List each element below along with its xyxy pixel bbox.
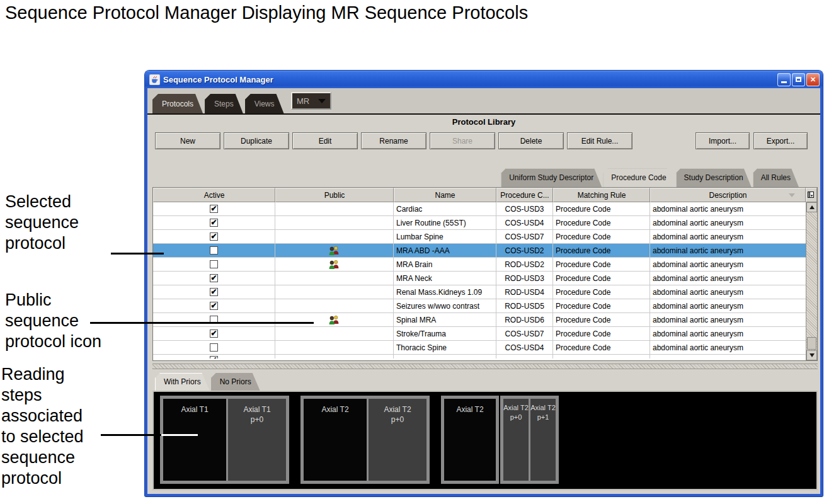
- tab-steps[interactable]: Steps: [205, 94, 243, 113]
- reading-step-thumbnail[interactable]: Axial T2: [304, 399, 367, 481]
- page-title: Sequence Protocol Manager Displaying MR …: [5, 3, 528, 23]
- column-header-name[interactable]: Name: [394, 188, 496, 202]
- table-row[interactable]: ✔MRA NeckROD-USD3Procedure Codeabdominal…: [153, 272, 806, 285]
- table-row[interactable]: Thoracic SpineCOS-USD4Procedure Codeabdo…: [153, 341, 806, 355]
- modality-dropdown[interactable]: MR: [291, 92, 331, 110]
- description-cell: abdominal aortic aneurysm: [650, 272, 806, 285]
- reading-step-thumbnail[interactable]: Axial T2p+0: [369, 399, 426, 481]
- table-row[interactable]: ✔Lumbar SpineCOS-USD7Procedure Codeabdom…: [153, 230, 806, 244]
- active-checkbox[interactable]: ✔: [210, 232, 218, 241]
- matching-rule-cell: Procedure Code: [553, 285, 650, 299]
- modality-dropdown-value: MR: [297, 96, 318, 106]
- active-checkbox[interactable]: [210, 260, 218, 268]
- sort-arrow-icon[interactable]: [789, 193, 795, 197]
- active-checkbox[interactable]: ✔: [210, 288, 218, 296]
- reading-step-thumbnail[interactable]: Axial T1p+0: [228, 399, 286, 481]
- active-checkbox[interactable]: [210, 343, 218, 352]
- table-row[interactable]: MRA BrainROD-USD2Procedure Codeabdominal…: [153, 258, 806, 272]
- name-cell: Seizures w/wwo contrast: [394, 299, 496, 312]
- name-cell: MRA Brain: [394, 258, 496, 271]
- active-checkbox[interactable]: ✔: [210, 302, 218, 310]
- minimize-button[interactable]: [777, 73, 791, 86]
- active-checkbox[interactable]: ✔: [210, 356, 218, 359]
- splitter-bar[interactable]: [152, 364, 818, 369]
- close-button[interactable]: ✕: [806, 73, 820, 86]
- description-cell: abdominal aortic aneurysm: [650, 258, 806, 271]
- active-checkbox[interactable]: ✔: [210, 205, 218, 213]
- edit-rule-button[interactable]: Edit Rule...: [567, 132, 632, 149]
- table-row[interactable]: ✔Renal Mass.Kidneys 1.09ROD-USD4Procedur…: [153, 285, 806, 299]
- vertical-scrollbar[interactable]: [806, 202, 817, 360]
- toolbar-left: NewDuplicateEditRenameShareDeleteEdit Ru…: [155, 132, 632, 149]
- scroll-down-button[interactable]: [806, 350, 817, 360]
- reading-step-thumbnail[interactable]: Axial T1: [163, 399, 226, 481]
- app-tabstrip: ProtocolsStepsViews MR: [147, 88, 820, 115]
- rule-tab-procedure-code[interactable]: Procedure Code: [603, 168, 674, 187]
- active-checkbox[interactable]: ✔: [210, 274, 218, 282]
- arrow-down-icon: [810, 353, 815, 357]
- rule-tab-study-description[interactable]: Study Description: [676, 168, 752, 187]
- maximize-button[interactable]: [792, 73, 805, 86]
- thumbnail-label: Axial T2: [304, 404, 367, 415]
- import-button[interactable]: Import...: [695, 132, 750, 149]
- description-cell: abdominal aortic aneurysm: [650, 341, 806, 354]
- column-header-procedure-c[interactable]: Procedure C...: [496, 188, 553, 202]
- column-header-active[interactable]: Active: [153, 188, 275, 202]
- rule-tab-all-rules[interactable]: All Rules: [753, 168, 799, 187]
- tab-protocols[interactable]: Protocols: [152, 94, 203, 113]
- annotation-pointer-line: [90, 322, 314, 324]
- public-cell: [275, 341, 394, 354]
- matching-rule-cell: [553, 355, 650, 358]
- rename-button[interactable]: Rename: [361, 132, 426, 149]
- procedure-code-cell: COS-USD7: [496, 230, 553, 243]
- matching-rule-cell: Procedure Code: [553, 341, 650, 354]
- reading-step-thumbnail[interactable]: Axial T2p+1: [530, 399, 556, 481]
- table-row[interactable]: ✔Seizures w/wwo contrastROD-USD5Procedur…: [153, 299, 806, 313]
- table-row[interactable]: MRA ABD -AAACOS-USD2Procedure Codeabdomi…: [153, 244, 806, 258]
- delete-button[interactable]: Delete: [498, 132, 564, 149]
- matching-rule-cell: Procedure Code: [553, 258, 650, 271]
- window-titlebar[interactable]: Sequence Protocol Manager ✕: [145, 71, 823, 88]
- column-header-description[interactable]: Description: [650, 188, 806, 202]
- table-row[interactable]: ✔CardiacCOS-USD3Procedure Codeabdominal …: [153, 202, 806, 216]
- active-checkbox[interactable]: [210, 246, 218, 255]
- rule-tab-uniform-study-descriptor[interactable]: Uniform Study Descriptor: [501, 168, 602, 187]
- table-row[interactable]: ✔: [153, 355, 806, 358]
- annotation-text-line: protocol: [1, 468, 84, 489]
- table-row[interactable]: ✔Liver Routine (55ST)COS-USD4Procedure C…: [153, 216, 806, 230]
- procedure-code-cell: COS-USD4: [496, 341, 553, 354]
- scrollbar-track[interactable]: [806, 212, 817, 350]
- column-header-public[interactable]: Public: [275, 188, 394, 202]
- toolbar-right: Import...Export...: [695, 132, 808, 149]
- annotation-text-line: steps: [1, 385, 84, 406]
- reading-step-frame: Axial T1Axial T1p+0: [160, 396, 289, 484]
- reading-step-thumbnail[interactable]: Axial T2p+0: [503, 399, 529, 481]
- tab-views[interactable]: Views: [245, 94, 284, 113]
- annotation-pointer-line: [111, 253, 164, 255]
- description-cell: abdominal aortic aneurysm: [650, 244, 806, 257]
- export-button[interactable]: Export...: [753, 132, 808, 149]
- priors-tab-with-priors[interactable]: With Priors: [155, 373, 210, 391]
- table-row[interactable]: ✔Stroke/TraumaCOS-USD7Procedure Codeabdo…: [153, 327, 806, 341]
- priors-tab-no-priors[interactable]: No Priors: [211, 373, 260, 391]
- name-cell: MRA Neck: [394, 272, 496, 285]
- duplicate-button[interactable]: Duplicate: [224, 132, 289, 149]
- annotation-text-line: sequence: [1, 447, 84, 468]
- edit-button[interactable]: Edit: [292, 132, 358, 149]
- scrollbar-thumb[interactable]: [807, 337, 816, 350]
- table-body: ✔CardiacCOS-USD3Procedure Codeabdominal …: [153, 202, 806, 360]
- column-header-matching-rule[interactable]: Matching Rule: [553, 188, 650, 202]
- scroll-up-button[interactable]: [806, 202, 817, 212]
- annotation-public-icon: Publicsequenceprotocol icon: [5, 290, 101, 352]
- reading-step-frame: Axial T2Axial T2p+0: [300, 396, 430, 484]
- reading-steps-row: Axial T1Axial T1p+0Axial T2Axial T2p+0Ax…: [154, 392, 816, 489]
- public-cell: [275, 244, 394, 257]
- column-control-icon[interactable]: [806, 188, 817, 202]
- active-cell: [153, 341, 275, 354]
- active-checkbox[interactable]: ✔: [210, 329, 218, 338]
- sequence-protocol-manager-window: Sequence Protocol Manager ✕ ProtocolsSte…: [145, 71, 823, 496]
- table-row[interactable]: Spinal MRAROD-USD6Procedure Codeabdomina…: [153, 313, 806, 327]
- active-checkbox[interactable]: ✔: [210, 219, 218, 227]
- new-button[interactable]: New: [155, 132, 220, 149]
- reading-step-thumbnail[interactable]: Axial T2: [444, 399, 496, 481]
